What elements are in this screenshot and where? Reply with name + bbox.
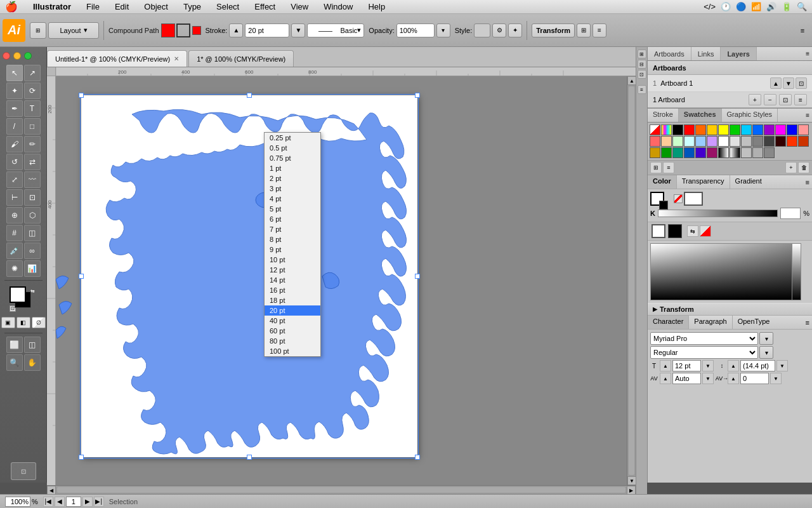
color-panel-menu[interactable]: ≡ (803, 175, 812, 189)
artboards-section-header[interactable]: Artboards (648, 61, 812, 75)
page-next-btn[interactable]: ▶ (82, 497, 93, 507)
font-size-down[interactable]: ▼ (702, 360, 714, 371)
shape-builder-tool[interactable]: ⊕ (6, 207, 23, 224)
font-family-select[interactable]: Myriad Pro (650, 332, 758, 345)
tab-opentype[interactable]: OpenType (732, 316, 775, 329)
scroll-thumb[interactable] (629, 86, 634, 475)
artboard-down-btn[interactable]: ▼ (783, 77, 794, 89)
tab-color[interactable]: Color (648, 175, 676, 189)
panel-options-btn[interactable]: ≡ (796, 23, 809, 37)
swatch-magenta[interactable] (775, 124, 786, 135)
swatch-gray[interactable] (741, 136, 752, 147)
swatch-black[interactable] (672, 124, 683, 135)
line-height-up[interactable]: ▲ (728, 360, 739, 371)
swatch-darkbrown[interactable] (775, 136, 786, 147)
font-size-up[interactable]: ▲ (660, 360, 671, 371)
line-tool[interactable]: / (6, 118, 23, 135)
stroke-option-60[interactable]: 60 pt (265, 326, 320, 336)
swatch-lightcyan[interactable] (684, 136, 695, 147)
color-mode-fill[interactable] (684, 192, 703, 206)
artboard-page-btn[interactable]: ⊡ (796, 77, 807, 89)
char-panel-menu[interactable]: ≡ (803, 316, 812, 329)
side-tool-1[interactable]: ⊞ (638, 50, 646, 58)
stroke-up-btn[interactable]: ▲ (229, 23, 243, 37)
tab-character[interactable]: Character (648, 316, 688, 329)
mesh-tool[interactable]: # (6, 225, 23, 241)
none-btn[interactable] (700, 225, 711, 237)
swatch-orange[interactable] (695, 124, 706, 135)
artboard-tool-btn[interactable]: ⊡ (11, 462, 36, 480)
none-fill-btn[interactable] (674, 194, 683, 203)
rotate-tool[interactable]: ↺ (6, 154, 23, 170)
stroke-option-40[interactable]: 40 pt (265, 316, 320, 326)
brightness-slider[interactable] (792, 244, 801, 300)
swatch-green[interactable] (730, 124, 740, 135)
stroke-option-075[interactable]: 0.75 pt (265, 153, 320, 163)
lasso-tool[interactable]: ⟳ (24, 83, 41, 99)
stroke-size-dropdown[interactable]: 0.25 pt 0.5 pt 0.75 pt 1 pt 2 pt 3 pt 4 … (264, 132, 321, 357)
artboard-add-btn[interactable]: + (749, 94, 761, 105)
pen-tool[interactable]: ✒ (6, 100, 23, 117)
font-style-select[interactable]: Regular (650, 346, 758, 359)
kerning-down[interactable]: ▼ (702, 373, 714, 384)
free-transform-tool[interactable]: ⊡ (24, 189, 41, 206)
transform-panel-header[interactable]: ▶ Transform (648, 303, 812, 316)
doc-tab-1[interactable]: Untitled-1* @ 100% (CMYK/Preview) ✕ (47, 50, 187, 67)
font-family-dropdown-btn[interactable]: ▾ (759, 332, 773, 345)
k-value[interactable] (780, 208, 801, 219)
stroke-option-8[interactable]: 8 pt (265, 234, 320, 244)
stroke-option-10[interactable]: 10 pt (265, 255, 320, 265)
fill-black-box[interactable] (668, 224, 682, 238)
swatch-peach[interactable] (661, 136, 672, 147)
type-menu[interactable]: Type (181, 2, 204, 11)
tab-layers[interactable]: Layers (721, 47, 756, 60)
tab-swatches[interactable]: Swatches (679, 109, 722, 122)
stroke-option-12[interactable]: 12 pt (265, 265, 320, 275)
fill-color-box[interactable] (161, 23, 175, 37)
tracking-down[interactable]: ▼ (770, 373, 782, 384)
help-menu[interactable]: Help (365, 2, 388, 11)
tab-graphic-styles[interactable]: Graphic Styles (722, 109, 778, 122)
page-input[interactable] (66, 497, 81, 507)
magic-wand-tool[interactable]: ✦ (6, 83, 23, 99)
swatch-indigo[interactable] (695, 147, 706, 158)
page-last-btn[interactable]: ▶| (94, 497, 104, 507)
window-menu[interactable]: Window (321, 2, 355, 11)
draw-behind-btn[interactable]: ◫ (24, 337, 41, 353)
opacity-dropdown-btn[interactable]: ▾ (436, 23, 450, 37)
swatch-add[interactable] (741, 147, 752, 158)
none-mode-btn[interactable]: ∅ (32, 317, 46, 328)
doc-tab-2[interactable]: 1* @ 100% (CMYK/Preview) (188, 50, 294, 67)
scroll-left-btn[interactable]: ◀ (47, 486, 56, 494)
maximize-button[interactable] (24, 52, 32, 60)
style-options-btn[interactable]: ⚙ (492, 23, 506, 37)
swatch-darkblue[interactable] (787, 124, 797, 135)
swatch-lightblue[interactable] (695, 136, 706, 147)
symbol-sprayer-tool[interactable]: ✺ (6, 260, 23, 277)
swatch-none[interactable] (650, 124, 660, 135)
scroll-up-btn[interactable]: ▲ (627, 76, 636, 85)
swatch-white[interactable] (718, 136, 729, 147)
swatch-libraries-btn[interactable]: ⊞ (650, 162, 662, 173)
swatch-cobalt[interactable] (684, 147, 695, 158)
type-tool[interactable]: T (24, 100, 41, 117)
swatch-darkgray[interactable] (764, 136, 775, 147)
swatch-blue[interactable] (752, 124, 763, 135)
tracking-up[interactable]: ▲ (728, 373, 739, 384)
transform-more-btn[interactable]: ≡ (593, 23, 606, 37)
tab-gradient[interactable]: Gradient (730, 175, 767, 189)
draw-normal-btn[interactable]: ⬜ (6, 337, 23, 353)
close-button[interactable] (3, 52, 10, 60)
stroke-color-box[interactable] (176, 23, 190, 37)
swatch-maroon[interactable] (707, 147, 717, 158)
side-tool-3[interactable]: ⊡ (638, 70, 646, 79)
stroke-option-20[interactable]: 20 pt (265, 305, 320, 316)
kerning-up[interactable]: ▲ (660, 373, 671, 384)
swatch-red[interactable] (684, 124, 695, 135)
canvas-bg[interactable]: 0.25 pt 0.5 pt 0.75 pt 1 pt 2 pt 3 pt 4 … (56, 76, 627, 485)
swatches-panel-menu[interactable]: ≡ (803, 109, 812, 122)
fill-swatch-large[interactable] (650, 192, 664, 206)
tab-paragraph[interactable]: Paragraph (688, 316, 731, 329)
stroke-option-5[interactable]: 5 pt (265, 204, 320, 214)
perspective-tool[interactable]: ⬡ (24, 207, 41, 224)
